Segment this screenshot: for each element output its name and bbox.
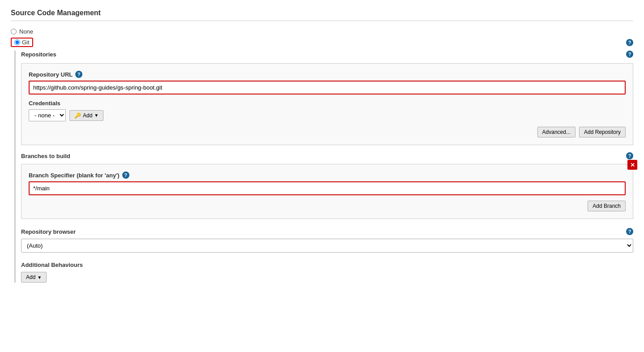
add-behaviour-button[interactable]: Add ▼ — [21, 272, 47, 283]
repo-url-label: Repository URL — [29, 71, 73, 78]
git-row-left: Git — [11, 38, 33, 47]
repo-actions-row: Advanced... Add Repository — [29, 127, 626, 137]
add-branch-label: Add Branch — [592, 203, 621, 209]
credentials-select[interactable]: - none - — [29, 109, 66, 121]
repo-browser-label: Repository browser — [21, 228, 76, 235]
additional-behaviours-section: Additional Behaviours Add ▼ — [21, 262, 633, 283]
branch-box: ✕ Branch Specifier (blank for 'any') ? A… — [21, 164, 633, 219]
branch-specifier-input[interactable] — [29, 181, 626, 195]
advanced-label: Advanced... — [542, 129, 571, 135]
repo-url-field-row: Repository URL ? — [29, 71, 626, 94]
credentials-field-row: Credentials - none - 🔑 Add ▼ — [29, 100, 626, 121]
repositories-help-icon[interactable]: ? — [626, 51, 633, 58]
repo-browser-section: Repository browser ? (Auto) — [21, 228, 633, 253]
branches-title: Branches to build — [21, 153, 70, 159]
git-radio-label: Git — [22, 39, 30, 46]
advanced-button[interactable]: Advanced... — [537, 127, 575, 137]
none-radio-label: None — [19, 28, 33, 35]
add-credentials-button[interactable]: 🔑 Add ▼ — [69, 110, 103, 121]
add-branch-button[interactable]: Add Branch — [588, 201, 626, 211]
none-radio[interactable] — [11, 29, 17, 34]
git-radio-row: Git ? — [11, 38, 633, 47]
branch-specifier-help-icon[interactable]: ? — [122, 172, 129, 179]
credentials-label: Credentials — [29, 100, 626, 107]
add-credentials-label: Add — [83, 112, 92, 119]
repositories-header: Repositories ? — [21, 51, 633, 58]
page-container: Source Code Management None Git ? Reposi… — [0, 0, 644, 352]
repo-browser-select[interactable]: (Auto) — [21, 239, 633, 253]
add-behaviour-label: Add — [26, 274, 35, 280]
delete-branch-button[interactable]: ✕ — [627, 160, 637, 170]
page-title: Source Code Management — [11, 9, 633, 21]
add-repository-label: Add Repository — [584, 129, 621, 135]
branch-specifier-label-row: Branch Specifier (blank for 'any') ? — [29, 172, 626, 179]
repo-url-help-icon[interactable]: ? — [75, 71, 82, 78]
credentials-controls-row: - none - 🔑 Add ▼ — [29, 109, 626, 121]
branches-header-row: Branches to build ? — [21, 152, 633, 159]
git-help-icon[interactable]: ? — [626, 39, 633, 46]
git-selected-box: Git — [11, 38, 33, 47]
branches-help-icon[interactable]: ? — [626, 152, 633, 159]
repository-box: Repository URL ? Credentials - none - 🔑 … — [21, 63, 633, 145]
add-repository-button[interactable]: Add Repository — [579, 127, 626, 137]
repo-url-label-row: Repository URL ? — [29, 71, 626, 78]
branch-actions-row: Add Branch — [29, 201, 626, 211]
repo-browser-help-icon[interactable]: ? — [626, 228, 633, 235]
git-radio[interactable] — [14, 39, 20, 45]
repo-browser-header: Repository browser ? — [21, 228, 633, 235]
git-section-block: Repositories ? Repository URL ? Credenti… — [14, 51, 633, 283]
add-credentials-dropdown-icon: ▼ — [94, 113, 99, 118]
scm-radio-group: None Git ? — [11, 28, 633, 47]
branches-section: Branches to build ? ✕ Branch Specifier (… — [21, 152, 633, 219]
repositories-title: Repositories — [21, 51, 56, 58]
none-radio-row: None — [11, 28, 633, 35]
additional-behaviours-label: Additional Behaviours — [21, 262, 633, 268]
repo-url-input[interactable] — [29, 81, 626, 94]
add-behaviour-dropdown-icon: ▼ — [37, 275, 42, 280]
branch-specifier-label: Branch Specifier (blank for 'any') — [29, 172, 120, 179]
key-icon: 🔑 — [74, 112, 81, 119]
